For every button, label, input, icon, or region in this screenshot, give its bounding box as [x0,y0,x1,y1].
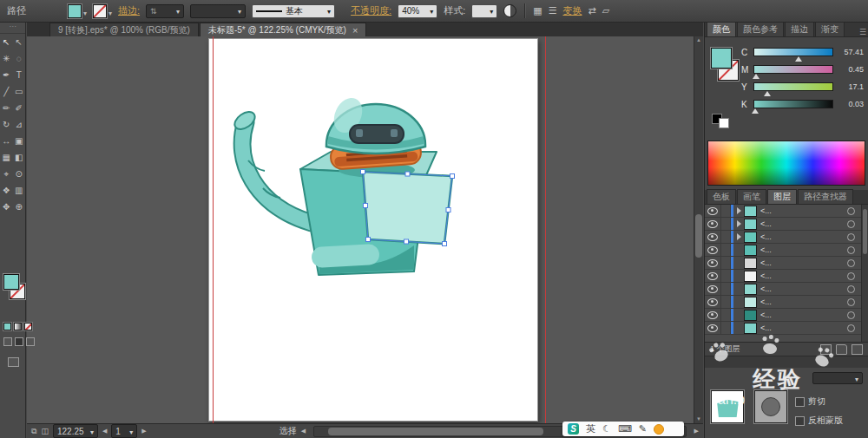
visibility-eye-icon[interactable] [705,283,721,295]
expand-triangle-icon[interactable] [737,220,741,227]
layer-row[interactable]: <... [705,283,861,296]
invert-mask-checkbox[interactable]: 反相蒙版 [795,415,843,427]
none-mode-swatch[interactable] [24,323,32,330]
screen-mode-icon[interactable] [8,357,19,367]
gradient-mode-swatch[interactable] [14,323,22,330]
arrange-docs-icon[interactable] [41,427,49,435]
tab-swatches[interactable]: 色板 [707,189,736,204]
next-artboard-button[interactable] [141,428,146,435]
document-setup-icon[interactable] [533,5,542,16]
document-tab-1[interactable]: 9 [转换].eps* @ 100% (RGB/预览) [49,23,199,36]
slider-thumb[interactable] [795,56,802,62]
scroll-down-icon[interactable] [694,415,703,423]
layer-thumbnail[interactable] [744,271,757,282]
handwriting-icon[interactable] [639,423,647,435]
shear-icon[interactable] [602,5,609,16]
make-mask-button[interactable] [820,344,832,355]
paintbrush-tool[interactable]: ✏ [0,100,13,116]
horizontal-scroll-thumb[interactable] [328,428,543,435]
blend-mode-select[interactable] [812,372,863,384]
color-spectrum-bar[interactable] [707,141,865,186]
stroke-color-button[interactable] [93,3,112,19]
line-tool[interactable]: ╱ [0,83,13,100]
target-circle-icon[interactable] [847,220,855,228]
visibility-eye-icon[interactable] [705,205,721,217]
layer-row[interactable]: <... [705,231,861,244]
stroke-swatch[interactable] [93,4,107,18]
selection-tool[interactable]: ↖ [0,34,13,50]
layer-row[interactable]: <... [705,218,861,231]
layer-row[interactable]: <... [705,257,861,270]
layer-row[interactable]: <... [705,322,861,335]
magic-wand-tool[interactable]: ✳ [0,50,13,67]
tab-color-guide[interactable]: 颜色参考 [737,22,784,36]
rotate-tool[interactable]: ↻ [0,116,13,133]
blend-tool[interactable]: ⊙ [13,166,26,182]
scroll-left-icon[interactable] [301,428,306,435]
artboard[interactable] [208,38,538,422]
layer-row[interactable]: <... [705,270,861,283]
slider-thumb[interactable] [753,74,760,79]
cyan-value[interactable]: 57.41 [838,48,864,56]
object-thumbnail[interactable] [711,390,744,423]
target-circle-icon[interactable] [847,233,855,241]
layers-scroll-thumb[interactable] [863,209,867,254]
draw-inside-icon[interactable] [26,337,35,346]
layer-row[interactable]: <... [705,296,861,309]
layer-thumbnail[interactable] [744,245,757,256]
preview-mode-icon[interactable] [31,427,36,436]
target-circle-icon[interactable] [847,285,855,293]
layer-row[interactable]: <... [705,244,861,257]
layer-row[interactable]: <... [705,309,861,322]
preferences-icon[interactable] [549,5,557,16]
tab-stroke[interactable]: 描边 [785,22,814,36]
layer-thumbnail[interactable] [744,310,757,321]
draw-behind-icon[interactable] [15,337,23,346]
pen-tool[interactable]: ✒ [0,67,13,83]
brush-definition-select[interactable]: 基本 [252,4,335,18]
panel-fill-swatch[interactable] [711,48,732,69]
yellow-value[interactable]: 17.1 [838,82,864,91]
panel-menu-icon[interactable] [859,28,866,36]
hand-tool[interactable]: ✥ [0,199,13,215]
target-circle-icon[interactable] [847,311,855,319]
rectangle-tool[interactable]: ▭ [13,83,26,100]
scale-tool[interactable]: ⊿ [13,116,26,133]
keyboard-icon[interactable] [618,423,632,435]
target-circle-icon[interactable] [847,272,855,280]
sogou-logo-icon[interactable]: S [568,423,579,435]
pencil-tool[interactable]: ✐ [13,100,26,116]
target-circle-icon[interactable] [847,298,855,306]
visibility-eye-icon[interactable] [705,296,721,308]
ime-language-toggle[interactable]: 英 [586,422,595,435]
fill-color-button[interactable] [68,3,87,19]
layer-row[interactable]: <... [705,205,861,218]
new-layer-button[interactable] [836,344,847,355]
vertical-scroll-thumb[interactable] [695,214,702,258]
moon-icon[interactable] [602,423,611,435]
visibility-eye-icon[interactable] [705,309,721,321]
visibility-eye-icon[interactable] [705,218,721,230]
layer-thumbnail[interactable] [744,232,757,243]
expand-triangle-icon[interactable] [737,233,741,240]
guide-vertical-right[interactable] [545,36,546,423]
yellow-slider[interactable] [753,82,833,91]
layers-scrollbar[interactable] [861,205,868,342]
cyan-slider[interactable] [753,48,833,56]
checkbox-icon[interactable] [795,397,805,407]
tab-gradient[interactable]: 渐变 [815,22,845,36]
draw-normal-icon[interactable] [3,337,12,346]
stepper-icon[interactable] [150,6,157,16]
close-tab-icon[interactable]: × [352,25,358,36]
eyedropper-tool[interactable]: ⌖ [0,166,13,182]
target-circle-icon[interactable] [847,246,855,254]
layer-thumbnail[interactable] [744,323,757,334]
width-tool[interactable]: ↔ [0,133,13,149]
scroll-right-icon[interactable] [694,428,699,435]
robot-illustration[interactable] [209,39,537,421]
gradient-tool[interactable]: ◧ [13,149,26,166]
opacity-link[interactable]: 不透明度: [351,4,391,17]
black-value[interactable]: 0.03 [838,100,864,108]
fill-swatch[interactable] [68,4,82,18]
layer-thumbnail[interactable] [744,297,757,308]
